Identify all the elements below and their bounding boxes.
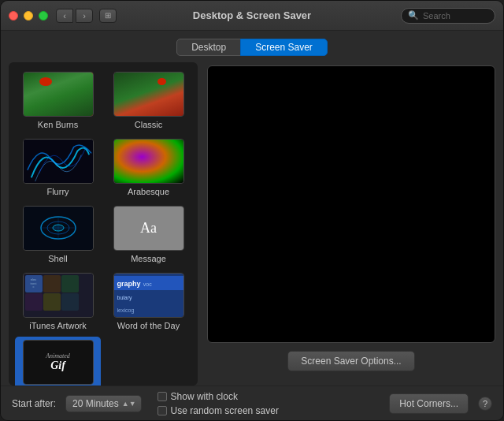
saver-item-classic[interactable]: Classic: [106, 69, 191, 131]
saver-item-word-of-day[interactable]: graphy voc bulary lexicog Word of the Da…: [106, 270, 191, 332]
saver-thumb-message: Aa: [113, 206, 184, 251]
tabs-container: Desktop Screen Saver: [1, 31, 503, 62]
saver-label-classic: Classic: [135, 120, 162, 129]
saver-label-word-of-day: Word of the Day: [117, 321, 180, 330]
right-panel: Screen Saver Options...: [207, 62, 495, 386]
dropdown-arrow-icon: ▲▼: [122, 400, 136, 408]
search-icon: 🔍: [408, 10, 419, 20]
show-clock-label: Show with clock: [171, 391, 238, 402]
saver-label-message: Message: [131, 254, 166, 263]
saver-thumb-itunes-artwork: electronic: [23, 273, 94, 318]
duration-dropdown[interactable]: 20 Minutes ▲▼: [65, 395, 142, 412]
saver-item-ken-burns[interactable]: Ken Burns: [15, 69, 101, 131]
nav-buttons: ‹ ›: [56, 9, 93, 23]
saver-thumb-classic: [113, 72, 184, 117]
saver-label-flurry: Flurry: [46, 187, 69, 196]
saver-label-ken-burns: Ken Burns: [38, 120, 78, 129]
titlebar: ‹ › ⊞ Desktop & Screen Saver 🔍 Search: [1, 1, 503, 31]
random-saver-checkbox[interactable]: [158, 406, 167, 415]
forward-button[interactable]: ›: [76, 9, 93, 23]
close-button[interactable]: [9, 11, 18, 20]
random-saver-row: Use random screen saver: [158, 405, 380, 416]
show-clock-row: Show with clock: [158, 391, 380, 402]
saver-thumb-word-of-day: graphy voc bulary lexicog: [113, 273, 184, 318]
hot-corners-button[interactable]: Hot Corners...: [389, 393, 469, 414]
window-title: Desktop & Screen Saver: [193, 9, 311, 21]
saver-item-animatedgif[interactable]: Animated Gif AnimatedGif: [15, 337, 101, 386]
saver-item-itunes-artwork[interactable]: electronic iTunes Artwork: [15, 270, 101, 332]
show-clock-checkbox[interactable]: [158, 392, 167, 401]
help-button[interactable]: ?: [478, 397, 492, 411]
search-placeholder: Search: [423, 11, 450, 20]
bottom-bar: Start after: 20 Minutes ▲▼ Show with clo…: [1, 386, 503, 420]
grid-button[interactable]: ⊞: [99, 9, 117, 23]
saver-item-flurry[interactable]: Flurry: [15, 136, 101, 198]
saver-thumb-flurry: [23, 139, 94, 184]
saver-thumb-shell: [23, 206, 94, 251]
saver-item-message[interactable]: Aa Message: [106, 203, 191, 265]
saver-item-shell[interactable]: Shell: [15, 203, 101, 265]
maximize-button[interactable]: [39, 11, 48, 20]
saver-item-arabesque[interactable]: Arabesque: [106, 136, 191, 198]
tab-desktop[interactable]: Desktop: [176, 39, 241, 56]
saver-thumb-ken-burns: [23, 72, 94, 117]
preview-area: [207, 65, 495, 343]
window: ‹ › ⊞ Desktop & Screen Saver 🔍 Search De…: [0, 0, 504, 421]
saver-label-shell: Shell: [48, 254, 67, 263]
minimize-button[interactable]: [24, 11, 33, 20]
saver-list: Ken Burns Classic: [9, 62, 198, 386]
tab-screensaver[interactable]: Screen Saver: [240, 39, 328, 56]
back-button[interactable]: ‹: [56, 9, 73, 23]
search-box[interactable]: 🔍 Search: [401, 8, 495, 24]
saver-label-arabesque: Arabesque: [128, 187, 169, 196]
main-content: Ken Burns Classic: [1, 62, 503, 386]
duration-value: 20 Minutes: [72, 398, 119, 409]
screen-saver-options-button[interactable]: Screen Saver Options...: [287, 351, 414, 371]
traffic-lights: [9, 11, 48, 20]
saver-thumb-animatedgif: Animated Gif: [23, 340, 94, 385]
checkboxes: Show with clock Use random screen saver: [158, 391, 380, 416]
random-saver-label: Use random screen saver: [171, 405, 279, 416]
start-after-label: Start after:: [12, 398, 56, 409]
saver-thumb-arabesque: [113, 139, 184, 184]
saver-label-itunes-artwork: iTunes Artwork: [29, 321, 86, 330]
